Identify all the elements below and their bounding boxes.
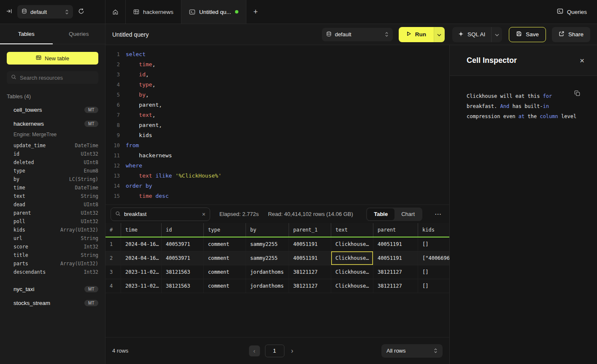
tab-home[interactable]	[105, 0, 126, 24]
run-button[interactable]: Run	[399, 27, 434, 42]
sql-ai-button[interactable]: SQL AI	[452, 27, 491, 42]
cell[interactable]: Clickhouse…	[331, 265, 373, 279]
tab-untitled-query[interactable]: Untitled qu...	[181, 0, 246, 24]
column-header-time[interactable]: time	[121, 223, 161, 237]
cell[interactable]: 38121127	[373, 265, 418, 279]
cell[interactable]: []	[418, 279, 449, 293]
more-options-button[interactable]: ⋯	[432, 210, 444, 218]
cell[interactable]: comment	[203, 237, 246, 251]
column-header-parent[interactable]: parent	[373, 223, 418, 237]
cell[interactable]: Clickhouse…	[331, 251, 373, 265]
column-row[interactable]: scoreInt32	[0, 243, 105, 251]
column-row[interactable]: descendantsInt32	[0, 268, 105, 276]
sidebar-table-nyc_taxi[interactable]: nyc_taxiMT	[0, 282, 105, 296]
view-toggle-chart[interactable]: Chart	[394, 208, 421, 220]
column-row[interactable]: typeEnum8	[0, 167, 105, 175]
sidebar-tab-queries[interactable]: Queries	[53, 24, 105, 44]
row-number-cell[interactable]: 1	[105, 237, 121, 251]
column-row[interactable]: deletedUInt8	[0, 158, 105, 167]
query-database-select[interactable]: default	[322, 28, 393, 41]
column-header-kids[interactable]: kids	[418, 223, 449, 237]
column-row[interactable]: byLC(String)	[0, 175, 105, 183]
page-size-select[interactable]: All rows	[381, 344, 443, 358]
results-search-input[interactable]	[124, 211, 199, 217]
column-header-id[interactable]: id	[161, 223, 203, 237]
cell[interactable]: 2023-11-02…	[121, 265, 161, 279]
cell[interactable]: Clickhouse…	[331, 279, 373, 293]
cell[interactable]: 38121127	[289, 279, 331, 293]
sql-ai-options-button[interactable]	[491, 27, 502, 42]
cell[interactable]: 2024-04-16…	[121, 251, 161, 265]
cell[interactable]: 40053971	[161, 237, 203, 251]
cell[interactable]: []	[418, 265, 449, 279]
cell[interactable]: jordanthoms	[246, 279, 289, 293]
column-header-num[interactable]: #	[105, 223, 121, 237]
next-page-button[interactable]: ›	[289, 347, 295, 355]
cell[interactable]: ["40066964…	[418, 251, 449, 265]
clear-search-button[interactable]: ×	[202, 211, 205, 217]
close-inspector-button[interactable]: ×	[580, 57, 584, 65]
page-number-input[interactable]	[265, 345, 284, 357]
cell[interactable]: comment	[203, 279, 246, 293]
cell[interactable]: 2024-04-16…	[121, 237, 161, 251]
cell[interactable]: sammy2255	[246, 251, 289, 265]
previous-page-button[interactable]: ‹	[249, 345, 260, 356]
search-resources-input[interactable]	[20, 75, 94, 81]
refresh-button[interactable]	[78, 8, 84, 16]
sidebar-search	[7, 71, 98, 84]
view-toggle-table[interactable]: Table	[367, 208, 394, 220]
column-row[interactable]: titleString	[0, 251, 105, 259]
cell[interactable]: 40051191	[373, 251, 418, 265]
queries-icon	[557, 8, 563, 16]
cell[interactable]: jordanthoms	[246, 265, 289, 279]
sidebar-table-cell_towers[interactable]: cell_towersMT	[0, 103, 105, 117]
code-text: kids	[126, 130, 152, 140]
row-number-cell[interactable]: 4	[105, 279, 121, 293]
cell[interactable]: 2023-11-02…	[121, 279, 161, 293]
save-button[interactable]: Save	[509, 27, 546, 42]
cell[interactable]: 40051191	[289, 251, 331, 265]
column-row[interactable]: partsArray(UInt32)	[0, 259, 105, 268]
new-tab-button[interactable]: +	[246, 0, 265, 24]
column-header-text[interactable]: text	[331, 223, 373, 237]
column-row[interactable]: idUInt32	[0, 150, 105, 158]
column-row[interactable]: urlString	[0, 234, 105, 243]
tab-hackernews[interactable]: hackernews	[126, 0, 181, 24]
share-button[interactable]: Share	[552, 27, 590, 42]
cell[interactable]: 38121563	[161, 265, 203, 279]
sql-editor[interactable]: 1select2 time,3 id,4 type,5 by,6 parent,…	[105, 45, 449, 205]
row-number-cell[interactable]: 2	[105, 251, 121, 265]
sidebar-table-hackernews[interactable]: hackernewsMT	[0, 117, 105, 131]
cell[interactable]: sammy2255	[246, 237, 289, 251]
column-row[interactable]: textString	[0, 192, 105, 200]
cell[interactable]: 40051191	[373, 237, 418, 251]
column-header-parent_1[interactable]: parent_1	[289, 223, 331, 237]
cell[interactable]: 38121127	[289, 265, 331, 279]
sidebar-table-stocks_stream[interactable]: stocks_streamMT	[0, 296, 105, 310]
column-row[interactable]: deadUInt8	[0, 200, 105, 209]
row-number-cell[interactable]: 3	[105, 265, 121, 279]
token: ,	[152, 61, 156, 67]
run-options-button[interactable]	[434, 27, 445, 42]
cell[interactable]: 38121563	[161, 279, 203, 293]
column-row[interactable]: update_timeDateTime	[0, 141, 105, 150]
sidebar-tab-tables[interactable]: Tables	[0, 24, 53, 44]
column-row[interactable]: pollUInt32	[0, 217, 105, 226]
cell[interactable]: 40051191	[289, 237, 331, 251]
column-header-type[interactable]: type	[203, 223, 246, 237]
cell[interactable]: []	[418, 237, 449, 251]
cell[interactable]: Clickhouse…	[331, 237, 373, 251]
cell[interactable]: 40053971	[161, 251, 203, 265]
new-table-button[interactable]: New table	[7, 52, 98, 65]
column-row[interactable]: kidsArray(UInt32)	[0, 226, 105, 234]
copy-button[interactable]	[574, 90, 580, 97]
cell[interactable]: comment	[203, 251, 246, 265]
cell[interactable]: comment	[203, 265, 246, 279]
database-select[interactable]: default	[17, 5, 73, 19]
column-row[interactable]: timeDateTime	[0, 183, 105, 192]
queries-shortcut[interactable]: Queries	[547, 0, 597, 24]
column-row[interactable]: parentUInt32	[0, 209, 105, 217]
collapse-sidebar-button[interactable]	[6, 8, 12, 16]
cell[interactable]: 38121127	[373, 279, 418, 293]
column-header-by[interactable]: by	[246, 223, 289, 237]
